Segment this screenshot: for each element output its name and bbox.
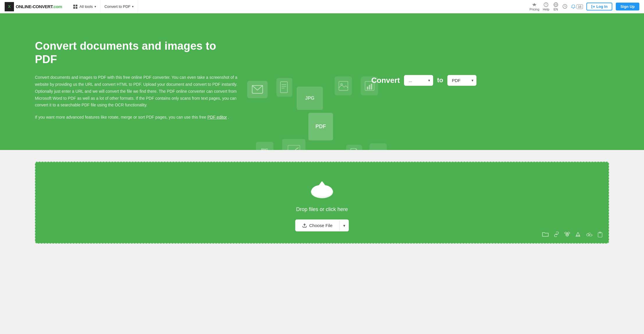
svg-rect-0	[73, 5, 75, 6]
pdf-main-icon: PDF	[308, 113, 333, 140]
svg-point-27	[312, 187, 321, 195]
svg-rect-1	[76, 5, 77, 6]
hero-title: Convert documents and images to PDF	[35, 40, 239, 66]
clock-icon[interactable]	[562, 4, 567, 9]
hero-description2: If you want more advanced features like …	[35, 114, 239, 121]
svg-rect-11	[280, 82, 287, 93]
link-icon[interactable]	[553, 232, 560, 239]
help-nav-item[interactable]: ? Help	[543, 2, 549, 11]
svg-rect-18	[367, 87, 368, 90]
generic-file-icon	[346, 145, 362, 150]
image-file-icon	[335, 76, 352, 95]
jpg-file-icon: JPG	[297, 87, 323, 110]
to-format-select[interactable]: PDF DOCX JPG PNG	[447, 75, 476, 86]
pdf-editor-link[interactable]: PDF editor	[207, 115, 227, 119]
svg-rect-3	[76, 7, 77, 9]
dropbox-icon[interactable]	[564, 232, 570, 239]
notification-count: 16	[577, 4, 583, 9]
logo-icon: X	[5, 2, 14, 11]
email-file-icon	[247, 81, 268, 98]
onedrive-icon[interactable]	[586, 232, 593, 239]
svg-rect-10	[252, 85, 263, 93]
choose-file-dropdown-button[interactable]: ▾	[340, 220, 349, 231]
convert-bar: Convert ... DOC DOCX JPG PNG HTML to PDF…	[371, 75, 476, 86]
cloud-upload-icon	[307, 177, 337, 201]
hero-section: Convert documents and images to PDF Conv…	[0, 13, 644, 150]
navbar: X ONLINE-CONVERT.com All tools ▾ Convert…	[0, 0, 644, 13]
svg-rect-21	[288, 145, 300, 150]
hero-left: Convert documents and images to PDF Conv…	[35, 40, 239, 121]
doc-file-icon	[276, 78, 292, 97]
convert-to-pdf-menu[interactable]: Convert to PDF ▾	[100, 0, 138, 13]
nav-right: Pricing ? Help EN	[529, 2, 639, 11]
svg-rect-29	[321, 183, 323, 191]
svg-rect-19	[369, 85, 370, 90]
folder-icon[interactable]	[542, 232, 549, 239]
to-format-wrapper[interactable]: PDF DOCX JPG PNG	[447, 75, 476, 86]
signup-button[interactable]: Sign Up	[616, 3, 639, 10]
logo[interactable]: X ONLINE-CONVERT.com	[5, 2, 62, 11]
gdrive-icon[interactable]	[575, 232, 581, 239]
hero-right: JPG PDF	[239, 75, 609, 86]
language-selector[interactable]: EN	[553, 2, 559, 11]
hero-description1: Convert documents and images to PDF with…	[35, 74, 239, 109]
logo-text: ONLINE-CONVERT.com	[16, 4, 62, 9]
svg-point-28	[323, 188, 331, 195]
upload-section: Drop files or click here Choose File ▾	[0, 150, 644, 255]
all-tools-label: All tools	[79, 4, 93, 9]
notification-badge[interactable]: 16	[571, 4, 583, 9]
convert-to-pdf-chevron: ▾	[132, 5, 134, 8]
svg-rect-15	[339, 81, 348, 90]
login-button[interactable]: Log In	[586, 3, 612, 10]
convert-label: Convert	[371, 76, 400, 85]
clipboard-icon[interactable]	[597, 232, 603, 239]
choose-file-button[interactable]: Choose File	[295, 219, 339, 231]
convert-to-pdf-label: Convert to PDF	[104, 4, 131, 9]
svg-text:?: ?	[545, 3, 547, 6]
from-format-select[interactable]: ... DOC DOCX JPG PNG HTML	[404, 75, 433, 86]
upload-dropzone[interactable]: Drop files or click here Choose File ▾	[35, 162, 609, 244]
to-label: to	[437, 76, 443, 84]
drop-files-text: Drop files or click here	[296, 206, 348, 212]
text-file-icon: Aa	[369, 143, 387, 150]
choose-file-wrapper[interactable]: Choose File ▾	[295, 219, 349, 231]
all-tools-chevron: ▾	[95, 5, 96, 8]
linechart-file-icon	[282, 139, 305, 150]
png-file-icon: PNG	[256, 142, 273, 150]
pricing-nav-item[interactable]: Pricing	[529, 2, 539, 11]
svg-point-16	[341, 83, 342, 85]
all-tools-menu[interactable]: All tools ▾	[69, 0, 100, 13]
svg-rect-2	[73, 7, 75, 9]
upload-action-icons	[542, 232, 603, 239]
from-format-wrapper[interactable]: ... DOC DOCX JPG PNG HTML	[404, 75, 433, 86]
